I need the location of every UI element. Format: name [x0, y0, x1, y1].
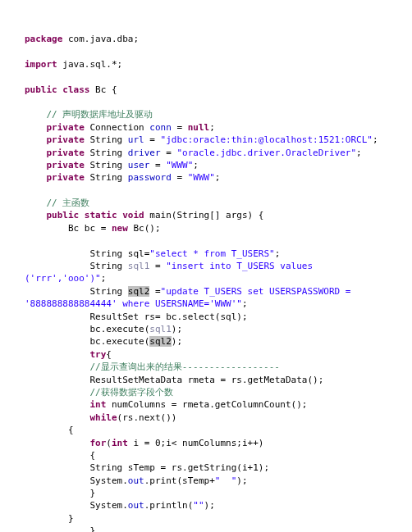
comment: // 声明数据库地址及驱动	[25, 109, 153, 120]
kw: package	[25, 34, 62, 44]
kw: import	[25, 59, 57, 70]
kw: class	[57, 84, 90, 95]
kw: public	[25, 84, 57, 95]
comment: //获得数据字段个数	[25, 387, 173, 398]
comment: //显示查询出来的结果------------------	[25, 361, 280, 372]
comment: // 主函数	[25, 198, 89, 208]
code-block: package com.java.dba; import java.sql.*;…	[25, 33, 387, 532]
